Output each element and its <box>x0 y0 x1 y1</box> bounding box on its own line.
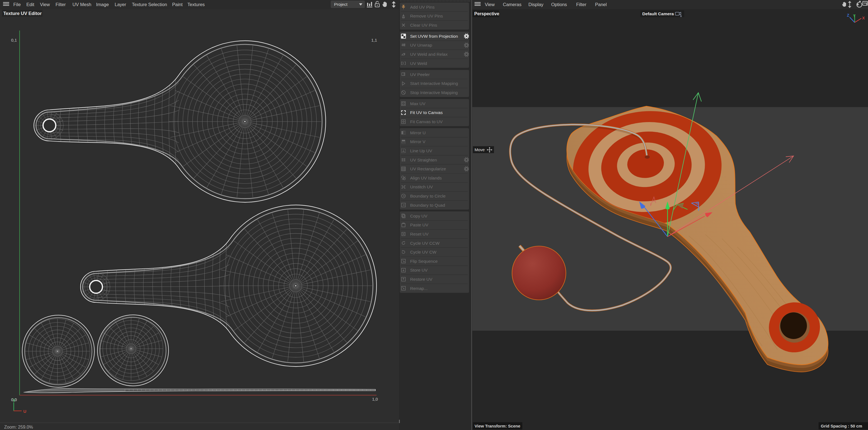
svg-text:Filter: Filter <box>576 2 586 7</box>
svg-text:Cycle UV CCW: Cycle UV CCW <box>410 241 439 245</box>
svg-text:Default Camera: Default Camera <box>642 11 674 16</box>
svg-text:0,0: 0,0 <box>11 397 17 402</box>
svg-text:X: X <box>862 16 865 20</box>
svg-text:Add UV Pins: Add UV Pins <box>410 5 435 9</box>
svg-text:UV Weld and Relax: UV Weld and Relax <box>410 52 447 57</box>
svg-text:1,1: 1,1 <box>371 38 377 42</box>
svg-text:Mirror V: Mirror V <box>410 139 426 144</box>
svg-text:Display: Display <box>528 2 544 7</box>
svg-text:Boundary to Circle: Boundary to Circle <box>410 194 446 198</box>
svg-text:Reset UV: Reset UV <box>410 232 429 236</box>
svg-text:Restore UV: Restore UV <box>410 277 433 282</box>
svg-text:View: View <box>40 2 50 7</box>
svg-text:UV Rectangularize: UV Rectangularize <box>410 166 446 171</box>
svg-text:Z: Z <box>847 13 849 18</box>
svg-text:Stop Interactive Mapping: Stop Interactive Mapping <box>410 90 458 95</box>
svg-text:Project: Project <box>334 2 348 7</box>
svg-text:UV Straighten: UV Straighten <box>410 158 437 162</box>
svg-text:Fit UV to Canvas: Fit UV to Canvas <box>410 110 443 115</box>
svg-text:U: U <box>23 409 26 414</box>
svg-text:1,0: 1,0 <box>372 397 378 401</box>
svg-text:Cycle UV CW: Cycle UV CW <box>410 250 436 254</box>
svg-text:UV Peeler: UV Peeler <box>410 72 430 77</box>
svg-text:Set UVW from Projection: Set UVW from Projection <box>410 34 458 39</box>
svg-text:Textures: Textures <box>187 2 205 7</box>
svg-text:Boundary to Quad: Boundary to Quad <box>410 203 445 207</box>
svg-text:Flip Sequence: Flip Sequence <box>410 259 438 264</box>
svg-text:Fit Canvas to UV: Fit Canvas to UV <box>410 119 443 124</box>
svg-text:Remap...: Remap... <box>410 286 428 291</box>
svg-text:Align UV Islands: Align UV Islands <box>410 176 442 180</box>
svg-text:UV Weld: UV Weld <box>410 61 427 66</box>
svg-text:Move: Move <box>474 147 485 152</box>
svg-text:Remove UV Pins: Remove UV Pins <box>410 13 443 18</box>
svg-text:Line Up UV: Line Up UV <box>410 148 432 153</box>
svg-text:Zoom: 259.0%: Zoom: 259.0% <box>4 425 33 429</box>
svg-text:Copy UV: Copy UV <box>410 213 428 218</box>
svg-text:Unstitch UV: Unstitch UV <box>410 185 433 189</box>
svg-text:Image: Image <box>96 2 109 7</box>
svg-text:UV Unwrap: UV Unwrap <box>410 43 432 47</box>
svg-text:Perspective: Perspective <box>474 11 499 16</box>
svg-text:Cameras: Cameras <box>503 2 522 7</box>
svg-text:File: File <box>13 2 21 7</box>
svg-text:Clear UV Pins: Clear UV Pins <box>410 23 437 28</box>
svg-text:Filter: Filter <box>56 2 66 7</box>
svg-text:Mirror U: Mirror U <box>410 130 426 135</box>
svg-text:0,1: 0,1 <box>11 38 17 42</box>
svg-text:Store UV: Store UV <box>410 268 428 272</box>
svg-text:Panel: Panel <box>595 2 607 7</box>
svg-text:Texture UV Editor: Texture UV Editor <box>3 11 42 16</box>
svg-text:Paint: Paint <box>172 2 183 7</box>
svg-text:Edit: Edit <box>26 2 34 7</box>
svg-text:Paste UV: Paste UV <box>410 223 429 227</box>
svg-text:Layer: Layer <box>115 2 126 7</box>
svg-text:Grid Spacing : 50 cm: Grid Spacing : 50 cm <box>821 424 862 428</box>
svg-text:Start Interactive Mapping: Start Interactive Mapping <box>410 81 458 86</box>
svg-text:Texture Selection: Texture Selection <box>132 2 167 7</box>
svg-text:View Transform: Scene: View Transform: Scene <box>474 424 520 428</box>
svg-text:UV Mesh: UV Mesh <box>72 2 91 7</box>
svg-text:View: View <box>485 2 495 7</box>
svg-text:Max UV: Max UV <box>410 101 426 106</box>
svg-text:Y: Y <box>853 13 856 18</box>
svg-text:Options: Options <box>551 2 567 7</box>
